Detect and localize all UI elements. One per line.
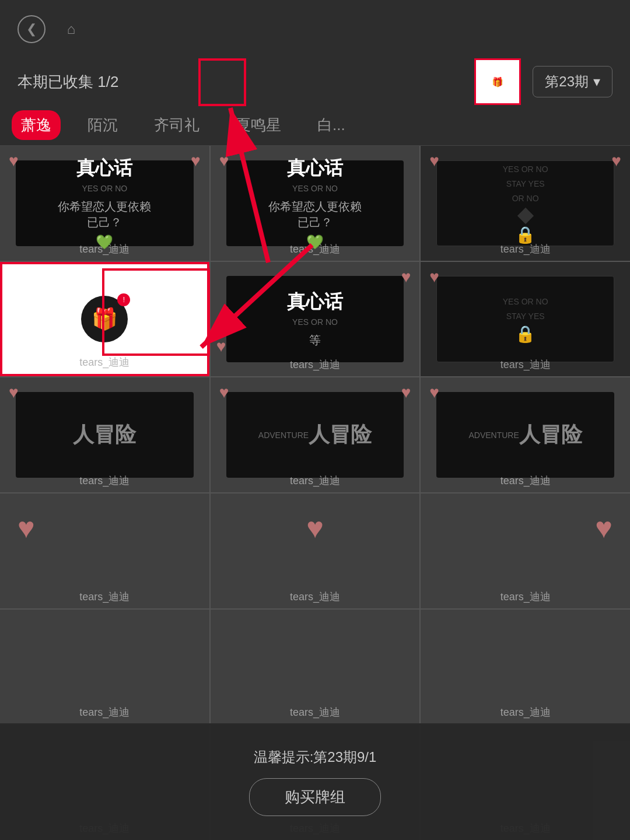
gift-button-top[interactable]: 🎁 [474,58,521,105]
adv-label-2: ADVENTURE [468,430,519,440]
chevron-down-icon: ▾ [593,74,600,90]
grid-cell-5-3[interactable]: tears_迪迪 [421,610,630,724]
adventure-card-2: ADVENTURE 人冒险 [226,392,404,478]
yesno-card-2: YES OR NOSTAY YES 🔒 [436,276,614,362]
watermark-label-4-1: tears_迪迪 [79,590,130,604]
heart-decoration: ♥ [191,152,201,170]
adventure-text-3: 人冒险 [519,421,582,449]
grid-cell-5-2[interactable]: tears_迪迪 [211,610,420,724]
grid-cell-1-2[interactable]: 真心话 YES OR NO 你希望恋人更依赖已己？ 💚 ♥ tears_迪迪 [211,146,420,261]
grid-cell-1-1[interactable]: 真心话 YES OR NO 你希望恋人更依赖已己？ 💚 ♥ ♥ tears_迪迪 [0,146,209,261]
watermark-label: tears_迪迪 [501,474,551,488]
watermark-label-3-1: tears_迪迪 [79,474,130,488]
heart-large: ♥ [18,511,35,545]
tab-qisili[interactable]: 齐司礼 [145,110,209,140]
gift-icon-top: 🎁 [492,76,503,88]
heart-decoration: ♥ [9,383,19,402]
watermark-label: tears_迪迪 [290,590,340,604]
watermark-label: tears_迪迪 [501,242,551,256]
heart-decoration: ♥ [429,152,439,170]
watermark-label: tears_迪迪 [290,474,340,488]
heart-large-3: ♥ [595,511,612,545]
card-title-zxh: 真心话 [76,156,132,181]
tab-mocheng[interactable]: 陌沉 [78,110,127,140]
yesno-card: YES OR NOSTAY YESOR NO 🔒 [436,160,614,246]
tab-other[interactable]: 白... [308,110,355,140]
heart-decoration: ♥ [9,152,19,170]
watermark-label: tears_迪迪 [290,242,340,256]
tab-xiamingxing[interactable]: 夏鸣星 [226,110,290,140]
top-nav-bar: ❮ ⌂ [0,0,630,58]
watermark-label: tears_迪迪 [290,705,340,719]
zhenxinhua-card: 真心话 YES OR NO 你希望恋人更依赖已己？ 💚 [16,160,194,246]
grid-cell-1-3[interactable]: YES OR NOSTAY YESOR NO 🔒 ♥ ♥ tears_迪迪 [421,146,630,261]
collect-progress-text: 本期已收集 1/2 [18,72,463,92]
heart-decoration: ♥ [429,268,439,286]
gift-circle: 🎁 ! [81,296,128,342]
watermark-label: tears_迪迪 [501,358,551,372]
heart-decoration: ♥ [429,383,439,402]
heart-decoration: ♥ [401,268,411,286]
watermark-label: tears_迪迪 [290,358,340,372]
card-2-2-title: 真心话 [287,289,343,315]
lock-icon-2: 🔒 [515,324,536,344]
buy-button[interactable]: 购买牌组 [249,778,381,816]
back-button[interactable]: ❮ [18,15,46,43]
adventure-card-3: ADVENTURE 人冒险 [436,392,614,478]
center-card-title: 真心话 [287,156,343,181]
grid-cell-3-1[interactable]: 人冒险 ♥ tears_迪迪 [0,377,209,492]
center-card: 真心话 YES OR NO 你希望恋人更依赖已己？ 💚 [226,160,404,246]
diamond-decoration [517,207,534,223]
heart-decoration: ♥ [219,383,229,402]
grid-cell-2-1-gift[interactable]: 🎁 ! tears_迪迪 [0,262,209,377]
yesno-text: YES OR NOSTAY YESOR NO [503,162,548,206]
home-button[interactable]: ⌂ [57,15,85,43]
card-subtitle-yesno: YES OR NO [82,184,127,193]
watermark-label: tears_迪迪 [79,355,130,369]
bottom-prompt-area: 温馨提示:第23期9/1 购买牌组 [0,723,630,840]
watermark-label: tears_迪迪 [501,590,551,604]
tab-xiaoy[interactable]: 萧逸 [12,110,61,140]
grid-cell-3-2[interactable]: ADVENTURE 人冒险 ♥ ♥ tears_迪迪 [211,377,420,492]
center-card-sub: YES OR NO [292,184,338,193]
tab-row: 萧逸 陌沉 齐司礼 夏鸣星 白... [0,105,630,146]
heart-decoration: ♥ [216,337,226,356]
adv-label: ADVENTURE [258,430,309,440]
card-question: 你希望恋人更依赖已己？ [52,199,157,230]
adventure-text-1: 人冒险 [73,421,136,449]
lock-icon: 🔒 [515,225,536,244]
grid-cell-4-3[interactable]: ♥ tears_迪迪 [421,494,630,608]
card-2-2-sub: YES OR NO [292,317,338,327]
period-selector[interactable]: 第23期 ▾ [533,66,612,97]
prompt-text: 温馨提示:第23期9/1 [254,748,377,766]
grid-cell-3-3[interactable]: ADVENTURE 人冒险 ♥ tears_迪迪 [421,377,630,492]
gift-circle-icon: 🎁 [92,307,118,331]
grid-cell-4-2[interactable]: ♥ tears_迪迪 [211,494,420,608]
heart-decoration: ♥ [219,152,229,170]
adventure-text-2: 人冒险 [309,421,372,449]
watermark-label: tears_迪迪 [501,705,551,719]
gift-badge: ! [117,293,130,306]
heart-decoration: ♥ [401,383,411,402]
card-2-2: 真心话 YES OR NO 等 [226,276,404,362]
watermark-label-5-1: tears_迪迪 [79,705,130,719]
center-card-question: 你希望恋人更依赖已己？ [262,199,368,230]
header-row: 本期已收集 1/2 🎁 第23期 ▾ [0,58,630,105]
heart-large-2: ♥ [306,511,324,545]
grid-cell-2-2[interactable]: 真心话 YES OR NO 等 ♥ ♥ tears_迪迪 [211,262,420,377]
watermark-label: tears_迪迪 [79,242,130,256]
grid-cell-5-1[interactable]: tears_迪迪 [0,610,209,724]
card-2-2-q: 等 [303,332,327,348]
grid-cell-2-3[interactable]: YES OR NOSTAY YES 🔒 ♥ tears_迪迪 [421,262,630,377]
yesno-text-2: YES OR NOSTAY YES [503,295,548,324]
grid-cell-4-1[interactable]: ♥ tears_迪迪 [0,494,209,608]
heart-decoration: ♥ [611,152,621,170]
adventure-card-1: 人冒险 [16,392,194,478]
period-label: 第23期 [545,72,589,91]
